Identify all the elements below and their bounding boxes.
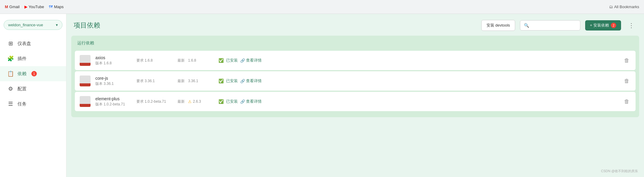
- dependencies-icon: 📋: [7, 70, 14, 77]
- dep-latest: 最新 3.36.1: [177, 79, 214, 84]
- main-content: 项目依赖 安装 devtools 🔍 + 安装依赖 2 ⋮ 运行依赖 axios: [66, 14, 644, 177]
- sidebar-item-dashboard[interactable]: ⊞ 仪表盘: [0, 36, 66, 51]
- search-icon: 🔍: [524, 23, 529, 28]
- dep-name-meta: core-js 版本 3.36.1: [95, 76, 132, 86]
- youtube-icon: ▶: [24, 5, 27, 9]
- search-input[interactable]: [531, 23, 576, 28]
- bookmark-youtube[interactable]: ▶ YouTube: [24, 5, 44, 9]
- youtube-label: YouTube: [29, 5, 44, 9]
- dep-latest: 最新 1.6.8: [177, 58, 214, 63]
- sidebar-item-plugins[interactable]: 🧩 插件: [0, 51, 66, 66]
- check-icon: ✅: [218, 58, 224, 63]
- gmail-label: Gmail: [9, 5, 20, 9]
- table-row: core-js 版本 3.36.1 要求 3.36.1 最新 3.36.1 ✅ …: [75, 71, 636, 91]
- chevron-down-icon: ▾: [56, 23, 58, 27]
- delete-button[interactable]: 🗑: [623, 97, 631, 106]
- delete-button[interactable]: 🗑: [623, 77, 631, 85]
- dep-name: core-js: [95, 76, 132, 81]
- elementplus-icon: [80, 96, 91, 107]
- dep-status: ✅ 已安装 🔗 查看详情: [218, 78, 618, 84]
- external-link-icon: 🔗: [240, 99, 245, 104]
- install-dependency-button[interactable]: + 安装依赖 2: [585, 20, 621, 31]
- dep-name: axios: [95, 55, 132, 60]
- project-selector[interactable]: weldon_finance-vue ▾: [4, 20, 62, 30]
- dashboard-icon: ⊞: [7, 40, 14, 47]
- sidebar-item-label: 依赖: [18, 71, 27, 77]
- browser-bar: M Gmail ▶ YouTube 🗺 Maps 🗂 All Bookmarks: [0, 0, 644, 14]
- dependencies-badge: 1: [31, 71, 37, 76]
- all-bookmarks[interactable]: 🗂 All Bookmarks: [609, 5, 639, 9]
- tasks-icon: ☰: [7, 101, 14, 107]
- check-icon: ✅: [218, 79, 224, 83]
- section-title: 运行依赖: [71, 40, 639, 50]
- dep-required: 要求 1.0.2-beta.71: [136, 99, 173, 104]
- app-container: weldon_finance-vue ▾ ⊞ 仪表盘 🧩 插件 📋 依赖 1 ⚙…: [0, 14, 644, 177]
- project-name: weldon_finance-vue: [8, 23, 43, 27]
- bookmark-folder-icon: 🗂: [609, 5, 613, 9]
- table-row: axios 版本 1.6.8 要求 1.6.8 最新 1.6.8 ✅ 已安装 🔗: [75, 51, 636, 70]
- axios-icon: [80, 55, 91, 66]
- devtools-button[interactable]: 安装 devtools: [481, 20, 515, 31]
- dep-version: 版本 1.6.8: [95, 61, 132, 66]
- dep-name: element-plus: [95, 96, 132, 101]
- maps-label: Maps: [54, 5, 64, 9]
- dep-name-meta: axios 版本 1.6.8: [95, 55, 132, 66]
- delete-button[interactable]: 🗑: [623, 56, 631, 65]
- sidebar-item-label: 插件: [18, 56, 27, 62]
- dep-status: ✅ 已安装 🔗 查看详情: [218, 58, 618, 63]
- install-badge: 2: [611, 23, 616, 28]
- search-box: 🔍: [520, 20, 580, 31]
- table-row: element-plus 版本 1.0.2-beta.71 要求 1.0.2-b…: [75, 92, 636, 111]
- view-detail-link[interactable]: 🔗 查看详情: [240, 99, 262, 104]
- sidebar-item-tasks[interactable]: ☰ 任务: [0, 96, 66, 111]
- installed-label: 已安装: [226, 99, 238, 104]
- external-link-icon: 🔗: [240, 79, 245, 83]
- plugins-icon: 🧩: [7, 55, 14, 62]
- page-title: 项目依赖: [74, 21, 477, 30]
- bookmark-gmail[interactable]: M Gmail: [5, 5, 20, 9]
- installed-label: 已安装: [226, 78, 238, 84]
- sidebar-item-label: 任务: [18, 101, 27, 107]
- view-detail-link[interactable]: 🔗 查看详情: [240, 58, 262, 63]
- watermark: CSDN @收不到租的房东: [601, 169, 638, 173]
- sidebar: weldon_finance-vue ▾ ⊞ 仪表盘 🧩 插件 📋 依赖 1 ⚙…: [0, 14, 66, 177]
- dependencies-section: 运行依赖 axios 版本 1.6.8 要求 1.6.8 最新 1.6.8 ✅: [71, 36, 639, 117]
- installed-label: 已安装: [226, 58, 238, 63]
- dep-version: 版本 1.0.2-beta.71: [95, 102, 132, 107]
- external-link-icon: 🔗: [240, 58, 245, 63]
- maps-icon: 🗺: [49, 5, 53, 9]
- dep-name-meta: element-plus 版本 1.0.2-beta.71: [95, 96, 132, 107]
- install-label: + 安装依赖: [590, 23, 609, 28]
- dep-required: 要求 1.6.8: [136, 58, 173, 63]
- warning-icon: ⚠: [188, 99, 192, 104]
- more-options-button[interactable]: ⋮: [626, 21, 637, 30]
- view-detail-link[interactable]: 🔗 查看详情: [240, 78, 262, 84]
- config-icon: ⚙: [7, 85, 14, 92]
- sidebar-item-label: 配置: [18, 86, 27, 92]
- dep-version: 版本 3.36.1: [95, 81, 132, 86]
- sidebar-item-label: 仪表盘: [18, 41, 31, 47]
- corejs-icon: [80, 76, 91, 86]
- gmail-icon: M: [5, 5, 8, 9]
- check-icon: ✅: [218, 99, 224, 104]
- sidebar-item-dependencies[interactable]: 📋 依赖 1: [0, 66, 66, 81]
- dep-status: ✅ 已安装 🔗 查看详情: [218, 99, 618, 104]
- main-header: 项目依赖 安装 devtools 🔍 + 安装依赖 2 ⋮: [66, 14, 644, 36]
- dep-latest: 最新 ⚠ 2.6.3: [177, 99, 214, 104]
- sidebar-item-config[interactable]: ⚙ 配置: [0, 81, 66, 96]
- all-bookmarks-label: All Bookmarks: [614, 5, 639, 9]
- dep-required: 要求 3.36.1: [136, 79, 173, 84]
- bookmark-maps[interactable]: 🗺 Maps: [49, 5, 64, 9]
